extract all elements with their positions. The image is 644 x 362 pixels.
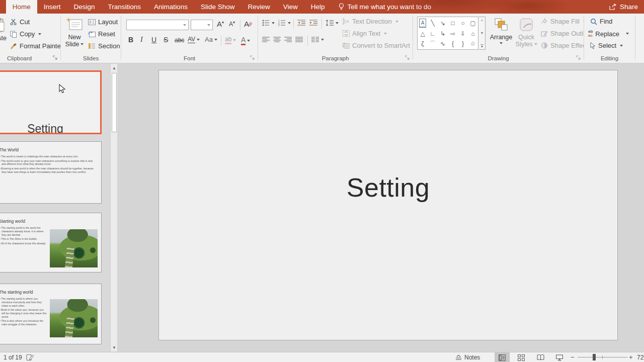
shape-oval-icon[interactable]: ○ (458, 17, 468, 29)
select-button[interactable]: Select (590, 42, 623, 49)
slide-canvas[interactable]: Setting (158, 70, 618, 340)
shape-triangle-icon[interactable]: △ (418, 29, 428, 38)
shape-elbow-arrow-icon[interactable]: ↳ (438, 29, 448, 38)
underline-button[interactable]: U (151, 36, 156, 44)
align-center-button[interactable] (273, 37, 281, 42)
shape-effects-button[interactable]: Shape Effects (541, 42, 584, 49)
shape-gallery-scroll-down-icon[interactable]: ▼ (480, 31, 484, 35)
highlight-color-button[interactable]: ab (225, 36, 236, 44)
character-spacing-dropdown-icon[interactable] (197, 39, 200, 41)
bullets-button[interactable] (262, 20, 275, 26)
thumbnail-scrollbar-thumb[interactable] (112, 73, 117, 132)
shape-arc-icon[interactable]: ⌒ (428, 39, 438, 49)
shape-outline-button[interactable]: Shape Outline (541, 30, 584, 37)
thumbnail-slide-1[interactable]: Setting (0, 70, 102, 134)
font-color-button[interactable]: A (241, 36, 250, 45)
tab-file[interactable]: File (0, 0, 6, 14)
view-slide-sorter-button[interactable] (514, 352, 529, 362)
select-dropdown-icon[interactable] (620, 45, 623, 47)
italic-button[interactable]: I (140, 36, 143, 44)
thumbnail-slide-4[interactable]: The starting world The starting world is… (0, 284, 102, 344)
shape-rectangle-icon[interactable]: □ (448, 17, 458, 29)
shape-star-icon[interactable]: ☆ (468, 39, 478, 49)
shape-gallery-scroll-up-icon[interactable]: ▲ (480, 18, 484, 22)
view-normal-button[interactable] (495, 352, 510, 362)
spell-check-icon[interactable] (26, 354, 35, 361)
arrange-dropdown-icon[interactable] (500, 42, 503, 44)
numbering-dropdown-icon[interactable] (288, 22, 291, 24)
grow-font-button[interactable]: A▴ (217, 20, 224, 28)
format-painter-button[interactable]: Format Painter (10, 42, 60, 50)
character-spacing-button[interactable]: AV (188, 36, 200, 43)
new-slide-button[interactable]: New Slide (63, 17, 86, 54)
shape-rounded-rectangle-icon[interactable]: ▢ (468, 17, 478, 29)
font-dialog-launcher-icon[interactable] (250, 55, 255, 60)
replace-button[interactable]: abac Replace (588, 30, 629, 38)
thumbnail-scroll-down-icon[interactable]: ▼ (111, 344, 117, 351)
align-right-button[interactable] (284, 37, 292, 42)
convert-smartart-button[interactable]: Convert to SmartArt (343, 42, 413, 49)
tab-view[interactable]: View (277, 0, 304, 14)
line-spacing-dropdown-icon[interactable] (336, 22, 339, 24)
reset-button[interactable]: Reset (88, 30, 115, 38)
copy-button[interactable]: Copy (10, 30, 41, 38)
replace-dropdown-icon[interactable] (626, 33, 629, 35)
tab-review[interactable]: Review (241, 0, 276, 14)
shape-freeform-icon[interactable]: ⌂ (468, 29, 478, 38)
shape-left-brace-icon[interactable]: { (448, 39, 458, 49)
shape-scribble-icon[interactable]: ζ (418, 39, 428, 49)
shape-line-icon[interactable]: ╲ (428, 17, 438, 29)
zoom-in-button[interactable]: + (629, 353, 633, 361)
change-case-button[interactable]: Aa (205, 36, 217, 43)
shape-arrow-down-icon[interactable]: ⇩ (458, 29, 468, 38)
increase-indent-button[interactable] (309, 20, 317, 26)
highlight-dropdown-icon[interactable] (233, 39, 236, 41)
tab-transitions[interactable]: Transitions (102, 0, 148, 14)
font-name-combobox[interactable] (126, 20, 189, 30)
copy-dropdown-icon[interactable] (38, 33, 41, 35)
thumbnail-scrollbar[interactable]: ▲ ▼ (110, 64, 117, 351)
thumbnail-scroll-up-icon[interactable]: ▲ (111, 64, 117, 71)
text-direction-dropdown-icon[interactable] (395, 21, 398, 23)
tell-me-box[interactable]: Tell me what you want to do (339, 0, 432, 14)
shrink-font-button[interactable]: A▾ (229, 21, 235, 28)
view-reading-button[interactable] (533, 352, 548, 362)
clipboard-dialog-launcher-icon[interactable] (53, 55, 58, 60)
paragraph-dialog-launcher-icon[interactable] (405, 55, 410, 60)
tab-animations[interactable]: Animations (147, 0, 194, 14)
strikethrough-button[interactable]: S (164, 36, 168, 44)
columns-button[interactable] (311, 37, 324, 42)
font-size-combobox[interactable] (191, 20, 213, 30)
shape-gallery-more-icon[interactable]: ▼ (480, 44, 484, 48)
notes-button[interactable]: Notes (455, 352, 480, 362)
font-name-dropdown-icon[interactable] (183, 24, 186, 26)
quick-styles-dropdown-icon[interactable] (534, 43, 537, 45)
shape-curve-icon[interactable]: ∿ (438, 39, 448, 49)
bullets-dropdown-icon[interactable] (272, 22, 275, 24)
new-slide-dropdown-icon[interactable] (80, 43, 84, 45)
align-text-button[interactable]: Align Text (343, 30, 387, 37)
paste-button[interactable]: Paste (0, 17, 10, 54)
find-button[interactable]: Find (590, 18, 612, 25)
shape-right-brace-icon[interactable]: } (458, 39, 468, 49)
shape-elbow-connector-icon[interactable]: ∟ (428, 29, 438, 38)
line-spacing-button[interactable] (326, 20, 339, 26)
text-shadow-button[interactable]: abc (175, 37, 184, 44)
justify-button[interactable] (295, 37, 303, 42)
share-button[interactable]: Share (609, 0, 638, 14)
text-direction-button[interactable]: A Text Direction (343, 18, 398, 25)
thumbnail-slide-2[interactable]: The World The world is meant to challeng… (0, 141, 102, 204)
thumbnail-slide-3[interactable]: Starting world The starting world is the… (0, 213, 102, 273)
cut-button[interactable]: Cut (10, 18, 30, 26)
quick-styles-button[interactable]: Quick Styles (515, 17, 538, 54)
tab-insert[interactable]: Insert (37, 0, 67, 14)
tab-help[interactable]: Help (304, 0, 332, 14)
layout-button[interactable]: Layout (88, 18, 121, 26)
shape-text-box-icon[interactable]: A (419, 19, 426, 28)
decrease-indent-button[interactable] (297, 20, 305, 26)
zoom-percentage[interactable]: 72% (637, 354, 644, 361)
zoom-slider-thumb[interactable] (593, 354, 596, 360)
section-button[interactable]: Section (88, 42, 121, 50)
slide-title-text[interactable]: Setting (159, 172, 617, 203)
font-size-dropdown-icon[interactable] (207, 24, 210, 26)
